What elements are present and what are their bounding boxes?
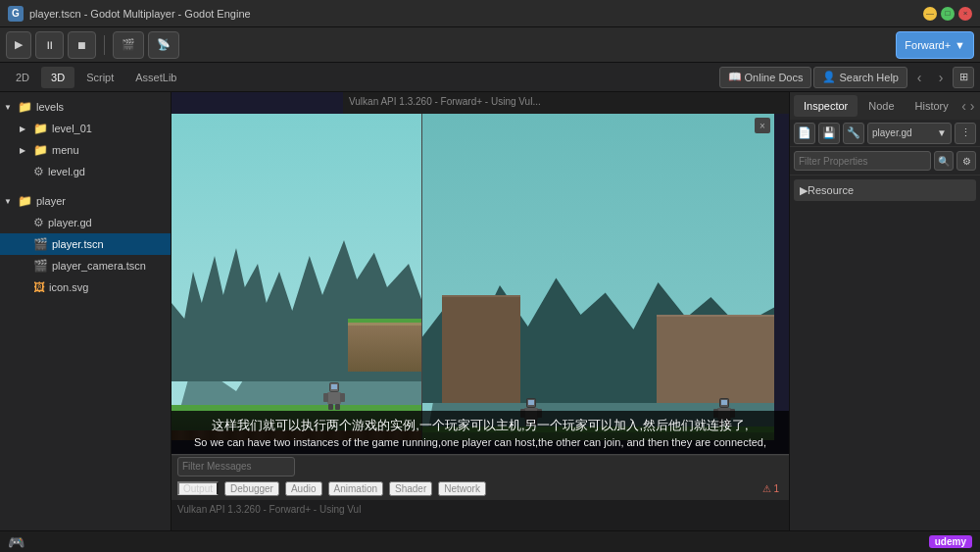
udemy-logo: udemy (929, 535, 972, 548)
inspector-tabs: Inspector Node History ‹ › (790, 92, 980, 120)
tree-item-menu[interactable]: ▶ 📁 menu (0, 139, 171, 161)
scene-icon: 🎬 (33, 237, 48, 251)
resource-icon: ▶ (800, 184, 808, 197)
script-selector[interactable]: player.gd ▼ (867, 123, 952, 144)
tree-item-playergd[interactable]: ⚙ player.gd (0, 212, 171, 233)
play-button[interactable]: ▶ (6, 31, 31, 59)
tab-assetlib[interactable]: AssetLib (125, 67, 186, 88)
tab-debugger[interactable]: Debugger (224, 481, 279, 496)
tab-shader[interactable]: Shader (389, 481, 432, 496)
menu-button[interactable]: ⋮ (955, 123, 976, 144)
folder-icon: 📁 (33, 122, 48, 135)
stop-button[interactable]: ⏹ (68, 31, 96, 59)
tab-script[interactable]: Script (76, 67, 123, 88)
bottom-bar: 🎮 udemy (0, 530, 980, 552)
online-docs-button[interactable]: 📖 Online Docs (719, 67, 812, 88)
close-second-view[interactable]: × (755, 118, 770, 133)
building-left (442, 295, 520, 403)
tab-3d[interactable]: 3D (41, 67, 74, 88)
subtitle-bar: 这样我们就可以执行两个游戏的实例,一个玩家可以主机,另一个玩家可以加入,然后他们… (172, 411, 789, 454)
svg-rect-5 (340, 393, 345, 402)
svg-rect-2 (331, 384, 337, 389)
pause-button[interactable]: ⏸ (35, 31, 64, 59)
error-count: ⚠ 1 (762, 483, 779, 494)
tab-output[interactable]: Output (177, 481, 219, 495)
dropdown-arrow: ▼ (937, 127, 947, 138)
tree-item-iconsvg[interactable]: 🖼 icon.svg (0, 276, 171, 298)
filter-bar (172, 455, 789, 477)
person-icon: 👤 (822, 71, 836, 83)
tab-node[interactable]: Node (858, 95, 904, 117)
nav-next-button[interactable]: › (931, 68, 951, 87)
inspector-next-button[interactable]: › (968, 96, 976, 116)
minimize-button[interactable]: — (923, 7, 937, 21)
player-folder-label: player (36, 195, 66, 207)
new-script-button[interactable]: 📄 (794, 123, 815, 144)
building-right (657, 315, 774, 403)
content-area: ▼ 📁 levels ▶ 📁 level_01 ▶ 📁 menu ⚙ level… (0, 92, 980, 552)
tab-animation[interactable]: Animation (328, 481, 383, 496)
resource-section: ▶ Resource (790, 176, 980, 205)
tab-network[interactable]: Network (438, 481, 486, 496)
svg-rect-7 (335, 404, 340, 410)
svg-rect-26 (721, 400, 727, 405)
tab-inspector[interactable]: Inspector (794, 95, 858, 117)
script-icon: ⚙ (33, 216, 44, 229)
nav-prev-button[interactable]: ‹ (909, 68, 929, 87)
tree-item-levelgd[interactable]: ⚙ level.gd (0, 161, 171, 182)
maximize-button[interactable]: □ (941, 7, 955, 21)
player1-character (323, 380, 345, 413)
main-toolbar: ▶ ⏸ ⏹ 🎬 📡 Forward+ ▼ (0, 27, 980, 63)
godot-icon: 🎮 (8, 534, 24, 550)
arrow-icon: ▼ (4, 197, 14, 206)
file-tree-panel: ▼ 📁 levels ▶ 📁 level_01 ▶ 📁 menu ⚙ level… (0, 92, 172, 552)
close-button[interactable]: × (958, 7, 972, 21)
scene-icon: 🎬 (33, 259, 48, 273)
script-icon: ⚙ (33, 165, 44, 178)
console-toolbar: Output Debugger Audio Animation Shader N… (172, 477, 789, 500)
resource-header[interactable]: ▶ Resource (794, 179, 976, 201)
property-filter-input[interactable] (794, 151, 931, 171)
subtitle-chinese: 这样我们就可以执行两个游戏的实例,一个玩家可以主机,另一个玩家可以加入,然后他们… (181, 417, 779, 434)
console-output: Vulkan API 1.3.260 - Forward+ - Using Vu… (172, 500, 789, 519)
sub-toolbar: 2D 3D Script AssetLib 📖 Online Docs 👤 Se… (0, 63, 980, 92)
tree-item-levels[interactable]: ▼ 📁 levels (0, 96, 171, 118)
search-filter-button[interactable]: 🔍 (934, 151, 954, 171)
remote-debug-button[interactable]: 📡 (148, 31, 179, 59)
game-render-area: y = camera_height ld.call_deferred(cam .… (172, 114, 774, 440)
tab-2d[interactable]: 2D (6, 67, 39, 88)
window-title: player.tscn - Godot Multiplayer - Godot … (29, 8, 917, 20)
filter-messages-input[interactable] (177, 457, 295, 477)
arrow-icon: ▶ (20, 125, 29, 133)
settings-filter-button[interactable]: ⚙ (956, 151, 976, 171)
folder-icon: 📁 (33, 143, 48, 157)
tree-item-playercam[interactable]: 🎬 player_camera.tscn (0, 255, 171, 276)
inspector-panel: Inspector Node History ‹ › 📄 💾 🔧 player.… (789, 92, 980, 552)
book-icon: 📖 (728, 71, 742, 83)
folder-icon: 📁 (18, 194, 32, 208)
settings-button[interactable]: 🔧 (843, 123, 864, 144)
tree-item-level01[interactable]: ▶ 📁 level_01 (0, 118, 171, 139)
renderer-button[interactable]: Forward+ ▼ (896, 31, 974, 59)
svg-rect-3 (327, 392, 341, 404)
arrow-icon: ▼ (4, 103, 14, 112)
tree-item-player-folder[interactable]: ▼ 📁 player (0, 190, 171, 212)
search-help-button[interactable]: 👤 Search Help (813, 67, 907, 88)
game-viewport: Vulkan API 1.3.260 - Forward+ - Using Vu… (172, 92, 789, 552)
tree-item-playertscn[interactable]: 🎬 player.tscn (0, 233, 171, 255)
layout-button[interactable]: ⊞ (953, 67, 974, 88)
inspector-prev-button[interactable]: ‹ (960, 96, 968, 116)
svg-rect-4 (323, 393, 328, 402)
tab-audio[interactable]: Audio (285, 481, 322, 496)
vulkan-log: Vulkan API 1.3.260 - Forward+ - Using Vu… (343, 92, 789, 114)
save-button[interactable]: 💾 (818, 123, 840, 144)
inspector-toolbar: 📄 💾 🔧 player.gd ▼ ⋮ (790, 120, 980, 147)
tree-levels-section: ▼ 📁 levels ▶ 📁 level_01 ▶ 📁 menu ⚙ level… (0, 92, 171, 186)
svg-rect-18 (528, 400, 534, 405)
tab-history[interactable]: History (906, 95, 958, 117)
movie-button[interactable]: 🎬 (113, 31, 144, 59)
vulkan-message: Vulkan API 1.3.260 - Forward+ - Using Vu… (177, 504, 783, 515)
toolbar-separator-1 (104, 35, 105, 55)
folder-icon: 📁 (18, 100, 32, 114)
tree-player-section: ▼ 📁 player ⚙ player.gd 🎬 player.tscn 🎬 p… (0, 186, 171, 302)
